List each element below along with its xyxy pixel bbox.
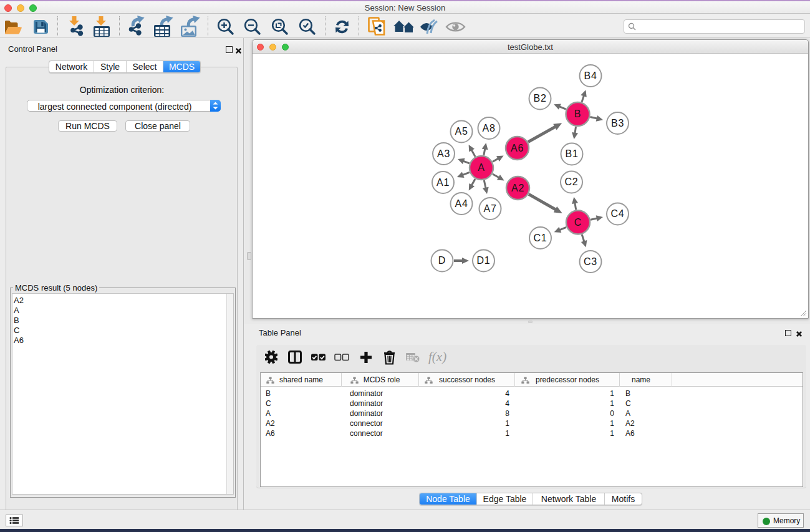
svg-text:A: A: [478, 162, 485, 173]
svg-text:B4: B4: [584, 70, 597, 81]
svg-text:A1: A1: [436, 177, 450, 188]
svg-text:B1: B1: [565, 148, 578, 159]
svg-text:A3: A3: [437, 148, 450, 159]
svg-text:A6: A6: [511, 143, 524, 153]
svg-text:A5: A5: [455, 126, 468, 137]
svg-text:B3: B3: [611, 118, 624, 128]
svg-text:A2: A2: [511, 183, 524, 193]
svg-text:A7: A7: [483, 203, 496, 214]
svg-text:B: B: [574, 109, 581, 119]
svg-text:C4: C4: [610, 208, 624, 219]
svg-text:C: C: [574, 217, 582, 228]
svg-text:C3: C3: [584, 256, 597, 267]
svg-text:A8: A8: [482, 123, 495, 133]
svg-text:C1: C1: [533, 233, 547, 243]
svg-text:B2: B2: [533, 93, 546, 104]
svg-text:D: D: [438, 255, 446, 266]
svg-text:D1: D1: [476, 255, 490, 266]
svg-text:C2: C2: [564, 177, 578, 187]
svg-text:A4: A4: [455, 198, 468, 209]
